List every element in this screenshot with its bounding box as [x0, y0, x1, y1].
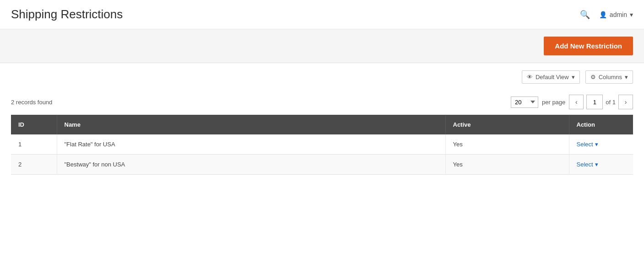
cell-action: Select ▾ [569, 155, 633, 175]
records-count: 2 records found [11, 99, 52, 106]
cell-name: "Flat Rate" for USA [57, 134, 445, 155]
of-label: of 1 [606, 99, 616, 106]
pagination-bar: 2 records found 20 30 50 100 200 per pag… [0, 91, 644, 115]
per-page-dropdown[interactable]: 20 30 50 100 200 [511, 96, 538, 108]
user-icon: 👤 [599, 11, 607, 18]
page-nav: ‹ of 1 › [569, 95, 633, 109]
add-restriction-button[interactable]: Add New Restriction [544, 37, 633, 55]
columns-label: Columns [599, 74, 622, 80]
select-button[interactable]: Select ▾ [577, 141, 598, 148]
table-body: 1"Flat Rate" for USAYesSelect ▾2"Bestway… [11, 134, 633, 175]
columns-dropdown-icon: ▾ [625, 74, 628, 80]
gear-icon: ⚙ [590, 74, 596, 80]
admin-user-menu[interactable]: 👤 admin ▾ [599, 11, 633, 18]
col-header-id: ID [11, 115, 57, 134]
admin-label: admin [610, 11, 627, 18]
current-page-input[interactable] [586, 95, 603, 109]
data-table: ID Name Active Action 1"Flat Rate" for U… [11, 115, 633, 175]
select-dropdown-icon: ▾ [595, 141, 598, 148]
per-page-select: 20 30 50 100 200 [511, 96, 538, 108]
table-row: 1"Flat Rate" for USAYesSelect ▾ [11, 134, 633, 155]
search-button[interactable]: 🔍 [580, 10, 590, 20]
cell-active: Yes [445, 155, 569, 175]
search-icon: 🔍 [580, 10, 590, 19]
table-row: 2"Bestway" for non USAYesSelect ▾ [11, 155, 633, 175]
columns-control[interactable]: ⚙ Columns ▾ [585, 70, 633, 84]
cell-active: Yes [445, 134, 569, 155]
chevron-right-icon: › [625, 98, 627, 106]
col-header-active: Active [445, 115, 569, 134]
grid-controls: 👁 Default View ▾ ⚙ Columns ▾ [0, 63, 644, 91]
table-header: ID Name Active Action [11, 115, 633, 134]
cell-id: 1 [11, 134, 57, 155]
cell-action: Select ▾ [569, 134, 633, 155]
admin-dropdown-icon: ▾ [630, 11, 633, 18]
chevron-left-icon: ‹ [575, 98, 578, 106]
cell-id: 2 [11, 155, 57, 175]
select-button[interactable]: Select ▾ [577, 161, 598, 168]
eye-icon: 👁 [527, 74, 533, 80]
cell-name: "Bestway" for non USA [57, 155, 445, 175]
select-label: Select [577, 141, 593, 148]
select-label: Select [577, 161, 593, 168]
toolbar: Add New Restriction [0, 29, 644, 63]
page-header: Shipping Restrictions 🔍 👤 admin ▾ [0, 0, 644, 29]
view-dropdown-icon: ▾ [572, 74, 575, 80]
page-title: Shipping Restrictions [11, 7, 123, 21]
col-header-name: Name [57, 115, 445, 134]
select-dropdown-icon: ▾ [595, 161, 598, 168]
header-actions: 🔍 👤 admin ▾ [580, 10, 633, 20]
prev-page-button[interactable]: ‹ [569, 95, 584, 109]
view-label: Default View [536, 74, 569, 80]
pagination-controls: 20 30 50 100 200 per page ‹ of 1 › [511, 95, 633, 109]
col-header-action: Action [569, 115, 633, 134]
next-page-button[interactable]: › [618, 95, 633, 109]
default-view-control[interactable]: 👁 Default View ▾ [522, 70, 580, 84]
per-page-label: per page [542, 99, 565, 106]
